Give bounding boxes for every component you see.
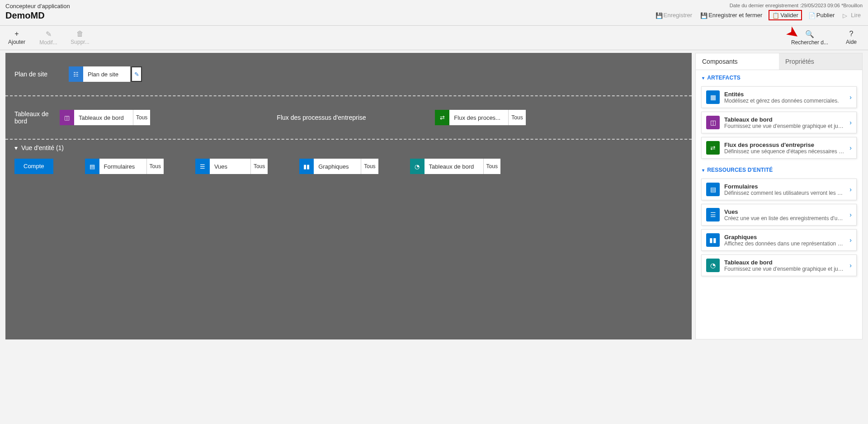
form-icon: ▤ bbox=[706, 183, 720, 196]
card-desc: Fournissez une vue d'ensemble graphique … bbox=[724, 123, 845, 129]
bpf-tile[interactable]: ⇄ Flux des proces... Tous bbox=[435, 110, 525, 125]
entity-compte-button[interactable]: Compte bbox=[14, 159, 53, 174]
validate-icon: 📋 bbox=[772, 12, 778, 19]
publish-icon: 📄 bbox=[808, 12, 815, 19]
help-icon: ? bbox=[849, 30, 854, 38]
card-title: Entités bbox=[724, 91, 845, 98]
chevron-right-icon: › bbox=[849, 144, 852, 151]
edit-button[interactable]: ✎ Modif... bbox=[38, 30, 59, 46]
app-header: Concepteur d'application DemoMD Date du … bbox=[0, 0, 868, 26]
save-close-button[interactable]: 💾 Enregistrer et fermer bbox=[698, 11, 764, 19]
canvas-empty-area bbox=[5, 186, 692, 339]
pencil-icon: ✎ bbox=[46, 30, 52, 38]
flow-icon: ⇄ bbox=[435, 110, 449, 125]
card-title: Vues bbox=[724, 208, 845, 215]
chevron-right-icon: › bbox=[849, 236, 852, 244]
section-entity-resources-label: RESSOURCES D'ENTITÉ bbox=[707, 167, 773, 173]
card-charts[interactable]: ▮▮ Graphiques Affichez des données dans … bbox=[701, 229, 857, 251]
entity-dashboards-count: Tous bbox=[483, 159, 500, 174]
publish-label: Publier bbox=[816, 12, 835, 19]
plus-icon: + bbox=[14, 30, 19, 38]
publish-button[interactable]: 📄 Publier bbox=[807, 11, 836, 19]
help-button[interactable]: ? Aide bbox=[841, 30, 862, 46]
card-title: Flux des processus d'entreprise bbox=[724, 141, 845, 148]
dashboard-icon: ◫ bbox=[60, 110, 74, 125]
save-label: Enregistrer bbox=[664, 12, 693, 19]
view-icon: ☰ bbox=[706, 208, 720, 221]
pencil-icon: ✎ bbox=[134, 71, 139, 78]
validate-button[interactable]: 📋 Valider bbox=[769, 10, 802, 20]
card-views[interactable]: ☰ Vues Créez une vue en liste des enregi… bbox=[701, 204, 857, 226]
form-icon: ▤ bbox=[85, 159, 99, 174]
card-entity-dashboards[interactable]: ◔ Tableaux de bord Fournissez une vue d'… bbox=[701, 254, 857, 276]
search-label: Rechercher d... bbox=[791, 39, 828, 46]
chevron-down-icon: ▾ bbox=[14, 144, 18, 151]
chart-icon: ▮▮ bbox=[299, 159, 314, 174]
card-title: Formulaires bbox=[724, 183, 845, 190]
tab-properties[interactable]: Propriétés bbox=[779, 53, 862, 70]
views-tile-label: Vues bbox=[210, 159, 250, 174]
top-actions: 💾 Enregistrer 💾 Enregistrer et fermer 📋 … bbox=[654, 10, 863, 20]
section-entity-resources-header[interactable]: ▾ RESSOURCES D'ENTITÉ bbox=[702, 167, 856, 173]
command-bar: + Ajouter ✎ Modif... 🗑 Suppr... 🔍 Recher… bbox=[0, 26, 868, 50]
card-bpf[interactable]: ⇄ Flux des processus d'entreprise Défini… bbox=[701, 137, 857, 159]
bpf-count: Tous bbox=[508, 110, 525, 125]
bpf-label: Flux des processus d'entreprise bbox=[277, 114, 367, 121]
add-button[interactable]: + Ajouter bbox=[6, 30, 27, 46]
app-title: DemoMD bbox=[5, 10, 70, 21]
app-subtitle: Concepteur d'application bbox=[5, 3, 70, 9]
chevron-right-icon: › bbox=[849, 262, 852, 269]
save-close-label: Enregistrer et fermer bbox=[708, 12, 762, 19]
charts-count: Tous bbox=[361, 159, 378, 174]
search-icon: 🔍 bbox=[805, 30, 814, 38]
dashboards-tile[interactable]: ◫ Tableaux de bord Tous bbox=[60, 110, 150, 125]
view-icon: ☰ bbox=[195, 159, 210, 174]
edit-label: Modif... bbox=[39, 39, 57, 46]
card-desc: Créez une vue en liste des enregistremen… bbox=[724, 215, 845, 221]
section-artifacts-header[interactable]: ▾ ARTEFACTS bbox=[702, 75, 856, 81]
delete-button[interactable]: 🗑 Suppr... bbox=[70, 30, 90, 46]
bpf-tile-label: Flux des proces... bbox=[449, 110, 508, 125]
section-artifacts-label: ARTEFACTS bbox=[707, 75, 741, 81]
views-count: Tous bbox=[250, 159, 268, 174]
add-label: Ajouter bbox=[8, 39, 25, 45]
flow-icon: ⇄ bbox=[706, 141, 720, 155]
chevron-right-icon: › bbox=[849, 186, 852, 193]
card-title: Tableaux de bord bbox=[724, 116, 845, 123]
card-desc: Affichez des données dans une représenta… bbox=[724, 240, 845, 247]
trash-icon: 🗑 bbox=[76, 30, 84, 38]
save-button[interactable]: 💾 Enregistrer bbox=[654, 11, 694, 19]
forms-tile[interactable]: ▤ Formulaires Tous bbox=[85, 159, 164, 174]
card-forms[interactable]: ▤ Formulaires Définissez comment les uti… bbox=[701, 179, 857, 200]
card-title: Graphiques bbox=[724, 234, 845, 240]
card-desc: Fournissez une vue d'ensemble graphique … bbox=[724, 266, 845, 272]
card-entities[interactable]: ▦ Entités Modélisez et gérez des données… bbox=[701, 86, 857, 108]
chevron-right-icon: › bbox=[849, 94, 852, 101]
read-button[interactable]: ▷ Lire bbox=[841, 11, 863, 19]
sitemap-tile[interactable]: ☷ Plan de site bbox=[69, 66, 130, 82]
sitemap-edit-button[interactable]: ✎ bbox=[131, 66, 142, 82]
card-dashboards[interactable]: ◫ Tableaux de bord Fournissez une vue d'… bbox=[701, 112, 857, 133]
charts-tile[interactable]: ▮▮ Graphiques Tous bbox=[299, 159, 378, 174]
chart-icon: ▮▮ bbox=[706, 233, 720, 247]
chevron-right-icon: › bbox=[849, 211, 852, 218]
entity-dashboards-label: Tableaux de bord bbox=[425, 159, 483, 174]
forms-tile-label: Formulaires bbox=[99, 159, 146, 174]
help-label: Aide bbox=[846, 39, 857, 45]
last-saved-text: Date du dernier enregistrement :29/05/20… bbox=[730, 3, 863, 8]
charts-tile-label: Graphiques bbox=[314, 159, 361, 174]
entity-dashboards-tile[interactable]: ◔ Tableaux de bord Tous bbox=[410, 159, 500, 174]
card-desc: Modélisez et gérez des données commercia… bbox=[724, 98, 845, 104]
card-desc: Définissez comment les utilisateurs verr… bbox=[724, 190, 845, 196]
validate-label: Valider bbox=[780, 12, 798, 19]
gauge-icon: ◔ bbox=[410, 159, 425, 174]
entity-view-label: Vue d'entité (1) bbox=[21, 144, 64, 151]
entity-view-toggle[interactable]: ▾ Vue d'entité (1) bbox=[14, 144, 64, 151]
card-desc: Définissez une séquence d'étapes nécessa… bbox=[724, 148, 845, 155]
tab-components[interactable]: Composants bbox=[696, 53, 779, 70]
views-tile[interactable]: ☰ Vues Tous bbox=[195, 159, 268, 174]
card-title: Tableaux de bord bbox=[724, 259, 845, 266]
forms-count: Tous bbox=[146, 159, 164, 174]
play-icon: ▷ bbox=[843, 12, 849, 19]
sitemap-tile-label: Plan de site bbox=[83, 66, 130, 82]
